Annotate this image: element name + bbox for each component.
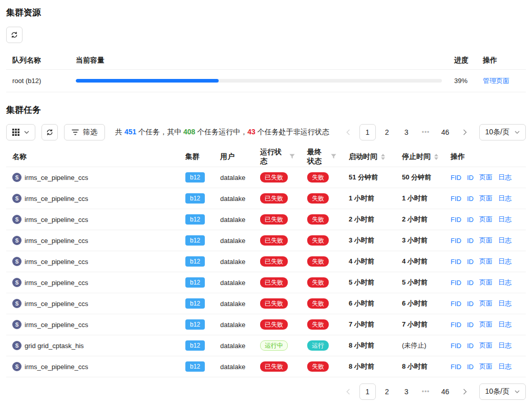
id-link[interactable]: ID [467,300,474,308]
task-name: irms_ce_pipeline_ccs [25,321,88,329]
pagination-page-3[interactable]: 3 [398,124,415,140]
header-user: 用户 [214,152,254,161]
fid-link[interactable]: FID [451,321,461,329]
run-status-badge: 已失败 [260,361,288,372]
start-time: 6 小时前 [343,299,396,308]
id-link[interactable]: ID [467,342,474,350]
log-link[interactable]: 日志 [498,215,512,224]
id-link[interactable]: ID [467,174,474,181]
page-link[interactable]: 页面 [479,362,493,371]
fid-link[interactable]: FID [451,258,461,266]
run-status-badge: 已失败 [260,298,288,309]
tasks-refresh-button[interactable] [41,124,58,140]
id-link[interactable]: ID [467,216,474,224]
task-user: datalake [214,321,254,329]
id-link[interactable]: ID [467,258,474,266]
page-link[interactable]: 页面 [479,341,493,350]
section-title-cluster-tasks: 集群任务 [6,105,526,116]
header-progress: 进度 [448,56,477,65]
spark-avatar: S [12,299,22,308]
task-user: datalake [214,363,254,371]
chevron-down-icon [515,390,520,393]
fid-link[interactable]: FID [451,216,461,224]
log-link[interactable]: 日志 [498,341,512,350]
page-size-select[interactable]: 10条/页 [479,124,526,140]
id-link[interactable]: ID [467,321,474,329]
log-link[interactable]: 日志 [498,362,512,371]
fid-link[interactable]: FID [451,342,461,350]
fid-link[interactable]: FID [451,363,461,371]
page-size-select[interactable]: 10条/页 [479,383,526,400]
id-link[interactable]: ID [467,279,474,287]
final-status-badge: 失败 [307,193,329,204]
id-link[interactable]: ID [467,363,474,371]
spark-avatar: S [12,236,22,245]
run-status-badge: 已失败 [260,214,288,225]
stop-time: 4 小时前 [396,257,444,266]
page-link[interactable]: 页面 [479,278,493,287]
run-status-filter-icon[interactable] [289,154,295,159]
manage-page-link[interactable]: 管理页面 [483,76,509,86]
start-time: 2 小时前 [343,215,396,224]
fid-link[interactable]: FID [451,174,461,181]
pagination-page-3[interactable]: 3 [398,383,415,400]
id-link[interactable]: ID [467,195,474,202]
tasks-toolbar: 筛选 共 451 个任务，其中 408 个任务运行中，43 个任务处于非运行状态… [6,124,526,140]
final-status-badge: 失败 [307,319,329,330]
page-link[interactable]: 页面 [479,320,493,329]
stop-time: 5 小时前 [396,278,444,287]
run-status-badge: 已失败 [260,277,288,288]
pagination-bottom: 1 2 3 ••• 46 10条/页 [340,383,526,400]
log-link[interactable]: 日志 [498,299,512,308]
pagination-prev-button[interactable] [340,124,356,140]
filter-button[interactable]: 筛选 [64,124,105,140]
pagination-prev-button[interactable] [340,383,356,400]
final-status-filter-icon[interactable] [331,154,336,159]
pagination-page-46[interactable]: 46 [437,124,454,140]
id-link[interactable]: ID [467,237,474,245]
page-link[interactable]: 页面 [479,257,493,266]
task-name: irms_ce_pipeline_ccs [25,237,88,245]
task-name: irms_ce_pipeline_ccs [25,363,88,371]
spark-avatar: S [12,362,22,371]
capacity-progress-fill [76,79,219,83]
pagination-next-button[interactable] [457,124,473,140]
stop-time: 3 小时前 [396,236,444,245]
page-link[interactable]: 页面 [479,215,493,224]
fid-link[interactable]: FID [451,195,461,202]
page-link[interactable]: 页面 [479,299,493,308]
pagination-page-1[interactable]: 1 [359,124,376,140]
spark-avatar: S [12,173,22,182]
log-link[interactable]: 日志 [498,257,512,266]
cluster-badge: b12 [185,172,205,183]
pagination-ellipsis[interactable]: ••• [418,383,434,400]
resources-refresh-button[interactable] [6,27,23,43]
page-link[interactable]: 页面 [479,236,493,245]
column-layout-button[interactable] [6,124,35,140]
header-action: 操作 [477,56,526,65]
log-link[interactable]: 日志 [498,194,512,203]
pagination-page-2[interactable]: 2 [379,383,395,400]
tasks-table-header: 名称 集群 用户 运行状态 最终状态 启动时间 停止时间 [6,147,526,167]
page-link[interactable]: 页面 [479,194,493,203]
log-link[interactable]: 日志 [498,278,512,287]
log-link[interactable]: 日志 [498,173,512,182]
header-start-time: 启动时间 [343,152,396,161]
fid-link[interactable]: FID [451,237,461,245]
fid-link[interactable]: FID [451,279,461,287]
page-link[interactable]: 页面 [479,173,493,182]
pagination-ellipsis[interactable]: ••• [418,124,434,140]
pagination-page-46[interactable]: 46 [437,383,454,400]
log-link[interactable]: 日志 [498,236,512,245]
pagination-next-button[interactable] [457,383,473,400]
stop-time-sort-icon[interactable] [434,154,438,160]
pagination-page-1[interactable]: 1 [359,383,376,400]
refresh-icon [11,31,18,38]
chevron-down-icon [515,131,520,134]
log-link[interactable]: 日志 [498,320,512,329]
pagination-page-2[interactable]: 2 [379,124,395,140]
fid-link[interactable]: FID [451,300,461,308]
final-status-badge: 运行 [307,340,329,351]
final-status-badge: 失败 [307,277,329,288]
start-time-sort-icon[interactable] [381,154,385,160]
